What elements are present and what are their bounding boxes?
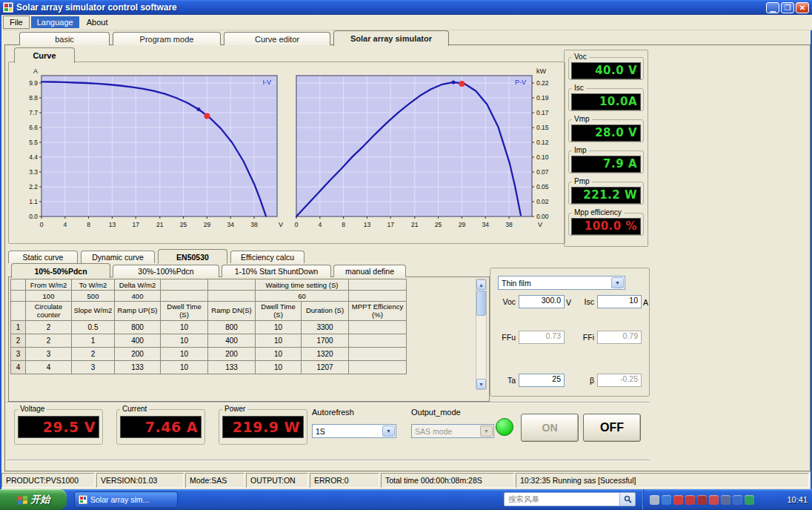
meter-label: Isc [572, 84, 586, 92]
table-cell[interactable]: 400 [208, 334, 256, 348]
tab-curve[interactable]: Curve [14, 47, 75, 63]
table-cell[interactable]: 0.5 [72, 321, 115, 334]
maximize-button[interactable]: ❐ [781, 2, 794, 13]
off-button[interactable]: OFF [583, 414, 641, 442]
section-tab-bar: Static curveDynamic curveEN50530Efficien… [8, 249, 304, 263]
meter-voltage: Voltage29.5 V [14, 409, 103, 445]
tab-1-10-start-shuntdown[interactable]: 1-10% Start ShuntDown [222, 265, 331, 277]
chat-icon[interactable] [697, 495, 707, 505]
tab-curve-editor[interactable]: Curve editor [224, 32, 330, 45]
table-cell[interactable]: 1207 [302, 361, 349, 374]
table-cell[interactable]: 1 [72, 334, 115, 348]
svg-text:0: 0 [295, 221, 299, 228]
tab-30-100-pdcn[interactable]: 30%-100%Pdcn [113, 265, 219, 277]
meter-label: Pmp [572, 177, 592, 185]
autorefresh-select[interactable]: 1S ▼ [312, 424, 396, 438]
app-window: Solar array simulator control software ▁… [0, 0, 812, 489]
minimize-button[interactable]: ▁ [766, 2, 779, 13]
search-icon[interactable] [619, 493, 635, 506]
table-cell[interactable]: 2 [26, 321, 72, 334]
im-icon[interactable] [662, 495, 671, 505]
security-icon[interactable] [721, 495, 731, 505]
music-icon[interactable] [685, 495, 695, 505]
table-cell[interactable]: 10 [161, 321, 208, 334]
on-button[interactable]: ON [521, 414, 579, 442]
scroll-thumb[interactable] [476, 291, 486, 316]
table-cell[interactable] [349, 334, 407, 348]
tab-dynamic-curve[interactable]: Dynamic curve [81, 251, 155, 263]
table-cell[interactable]: 10 [161, 334, 208, 348]
table-cell[interactable]: 800 [208, 321, 256, 334]
table-header-cell [161, 279, 208, 291]
table-cell[interactable]: 10 [161, 348, 208, 361]
tab-basic[interactable]: basic [19, 32, 110, 45]
defender-icon[interactable] [733, 495, 742, 505]
menu-item-language[interactable]: Language [31, 16, 79, 28]
table-cell[interactable]: 800 [115, 321, 161, 334]
taskbar-window-label: Solar array sim... [90, 495, 149, 504]
table-cell[interactable] [349, 321, 407, 334]
param-input-isc[interactable]: 10 [597, 295, 642, 308]
table-cell[interactable]: 10 [256, 361, 302, 374]
table-cell[interactable]: 200 [115, 348, 161, 361]
table-cell[interactable] [349, 348, 407, 361]
table-cell[interactable]: 2 [26, 334, 72, 348]
status-product: PRODUCT:PVS1000 [1, 473, 95, 488]
table-scrollbar[interactable]: ▲ ▼ [476, 279, 487, 390]
download-manager-icon[interactable] [673, 495, 683, 505]
tab-program-mode[interactable]: Program mode [113, 32, 221, 45]
player-icon[interactable] [709, 495, 719, 505]
table-cell[interactable]: 3 [72, 361, 115, 374]
scroll-up-icon[interactable]: ▲ [476, 279, 486, 290]
table-cell[interactable]: 10 [161, 361, 208, 374]
chevron-down-icon[interactable]: ▼ [382, 425, 395, 437]
close-button[interactable]: ✕ [796, 2, 809, 13]
scroll-down-icon[interactable]: ▼ [476, 379, 486, 389]
table-cell[interactable]: 10 [256, 321, 302, 334]
param-input-ffi: 0.79 [597, 331, 642, 344]
tab-static-curve[interactable]: Static curve [8, 251, 78, 263]
tab-manual-define[interactable]: manual define [333, 265, 406, 277]
start-button[interactable]: 开始 [0, 489, 67, 510]
svg-text:21: 21 [156, 221, 164, 228]
volume-icon[interactable] [650, 495, 659, 505]
module-type-select[interactable]: Thin film ▼ [498, 276, 625, 290]
table-cell[interactable]: 1700 [302, 334, 349, 348]
windows-flag-icon [17, 494, 28, 506]
svg-text:9.9: 9.9 [29, 79, 38, 87]
svg-text:17: 17 [387, 221, 394, 228]
tab-10-50-pdcn[interactable]: 10%-50%Pdcn [11, 263, 110, 278]
svg-text:0.02: 0.02 [536, 198, 549, 205]
table-cell[interactable]: 10 [256, 334, 302, 348]
tab-solar-array-simulator[interactable]: Solar array simulator [333, 30, 449, 46]
table-cell[interactable]: 1320 [302, 348, 349, 361]
row-header-cell: 3 [11, 348, 26, 361]
svg-text:0: 0 [40, 221, 44, 228]
table-cell[interactable]: 200 [208, 348, 256, 361]
main-tab-bar: basicProgram modeCurve editorSolar array… [19, 30, 449, 45]
tab-efficiency-calcu[interactable]: Efficiency calcu [230, 251, 304, 263]
table-cell[interactable] [349, 361, 407, 374]
param-input-voc[interactable]: 300.0 [519, 295, 565, 308]
meter-display: 40.0 V [571, 62, 641, 79]
table-cell[interactable]: 2 [72, 348, 115, 361]
tab-en50530[interactable]: EN50530 [158, 249, 227, 264]
svg-text:25: 25 [180, 221, 187, 228]
table-cell[interactable]: 10 [256, 348, 302, 361]
table-cell[interactable]: 3 [26, 348, 72, 361]
table-cell[interactable]: 4 [26, 361, 72, 374]
status-message: 10:32:35 Running sas [Sucessful] [516, 473, 809, 488]
table-cell[interactable]: 133 [115, 361, 161, 374]
param-input-ta[interactable]: 25 [519, 374, 565, 387]
taskbar-window-button[interactable]: Solar array sim... [74, 491, 178, 508]
table-cell[interactable]: 3300 [302, 321, 349, 334]
table-cell[interactable]: 133 [208, 361, 256, 374]
menu-item-about[interactable]: About [81, 16, 114, 28]
table-header-cell: Ramp UP(S) [115, 302, 161, 321]
table-cell[interactable]: 400 [115, 334, 161, 348]
taskbar-clock: 10:41 [787, 489, 808, 510]
taskbar-search-input[interactable]: 搜索风暴 [504, 492, 636, 506]
antivirus-icon[interactable] [745, 495, 754, 505]
chevron-down-icon[interactable]: ▼ [611, 277, 624, 288]
menu-item-file[interactable]: File [3, 16, 30, 29]
